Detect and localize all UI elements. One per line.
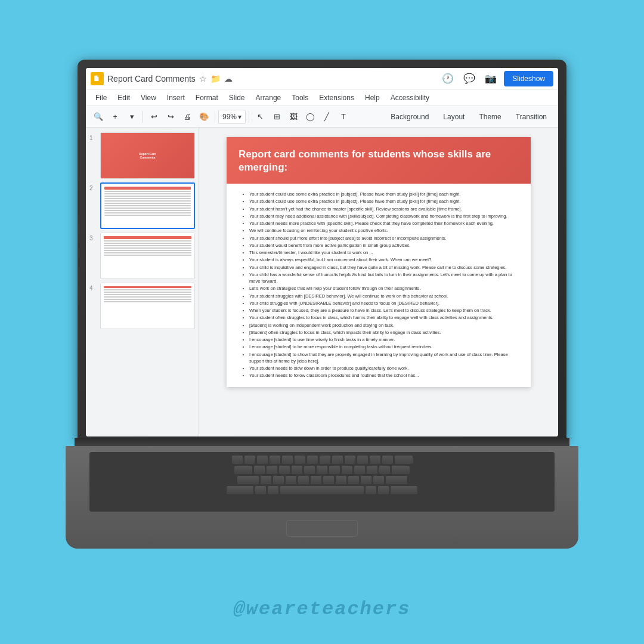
- zoom-out-button[interactable]: ▾: [124, 109, 140, 125]
- line-tool[interactable]: ╱: [319, 109, 335, 125]
- menu-format[interactable]: Format: [191, 92, 223, 103]
- key: [298, 476, 309, 484]
- bullet-13: Your student struggles with [DESIRED beh…: [249, 293, 519, 299]
- thumb-line-2j: [104, 212, 191, 213]
- key: [345, 456, 355, 464]
- key: [354, 466, 365, 474]
- menu-view[interactable]: View: [136, 92, 161, 103]
- key: [395, 456, 413, 464]
- background-button[interactable]: Background: [384, 110, 435, 123]
- select-tool[interactable]: ↖: [252, 109, 268, 125]
- key: [279, 466, 290, 474]
- key: [304, 466, 315, 474]
- menu-bar: File Edit View Insert Format Slide Arran…: [86, 89, 558, 106]
- thumb-line-3a: [104, 240, 191, 242]
- star-icon[interactable]: ☆: [199, 74, 207, 83]
- key: [392, 466, 410, 474]
- crop-tool[interactable]: ⊞: [269, 109, 284, 125]
- key: [370, 456, 380, 464]
- text-tool[interactable]: T: [336, 109, 351, 125]
- key: [357, 456, 368, 464]
- key: [267, 466, 277, 474]
- thumb-line-2k: [104, 215, 191, 216]
- thumb-line-2h: [104, 208, 191, 209]
- slide-num-1: 1: [89, 135, 98, 141]
- history-icon[interactable]: 🕐: [439, 70, 456, 87]
- thumb-line-3d: [104, 247, 191, 249]
- svg-rect-1: [98, 75, 99, 76]
- menu-help[interactable]: Help: [360, 92, 385, 103]
- key: [320, 456, 330, 464]
- menu-tools[interactable]: Tools: [287, 92, 313, 103]
- key: [257, 456, 268, 464]
- bullet-23: Your student needs to follow classroom p…: [249, 372, 519, 379]
- key: [234, 466, 252, 474]
- trackpad[interactable]: [286, 520, 358, 537]
- cloud-icon[interactable]: ☁: [224, 74, 233, 83]
- bullet-4: Your student needs more practice with [s…: [249, 220, 519, 227]
- present-icon[interactable]: 📷: [482, 70, 499, 87]
- menu-file[interactable]: File: [91, 92, 112, 103]
- layout-button[interactable]: Layout: [436, 110, 471, 123]
- transition-button[interactable]: Transition: [509, 110, 553, 123]
- bullet-8: This semester/trimester, I would like yo…: [249, 249, 519, 256]
- key: [336, 476, 346, 484]
- bullet-18: [Student] often struggles to focus in cl…: [249, 329, 519, 336]
- key: [292, 466, 302, 474]
- slideshow-button[interactable]: Slideshow: [504, 71, 553, 86]
- bullet-7: Your student would benefit from more act…: [249, 242, 519, 249]
- slide-header-text: Report card comments for students whose …: [239, 148, 519, 174]
- thumb-line-3e: [104, 250, 191, 251]
- keyboard-rows: [89, 452, 555, 500]
- thumb-line-2c: [104, 196, 191, 197]
- key: [282, 456, 293, 464]
- menu-insert[interactable]: Insert: [162, 92, 190, 103]
- menu-edit[interactable]: Edit: [113, 92, 135, 103]
- key: [373, 476, 384, 484]
- app-title: Report Card Comments: [107, 74, 196, 83]
- shape-tool[interactable]: ◯: [302, 109, 318, 125]
- keyboard-row-4: [92, 486, 552, 494]
- toolbar-right: Background Layout Theme Transition: [384, 110, 553, 123]
- search-button[interactable]: 🔍: [91, 109, 106, 125]
- separator-3: [249, 111, 249, 123]
- separator-1: [143, 111, 143, 123]
- slide-num-2: 2: [89, 185, 98, 191]
- theme-button[interactable]: Theme: [472, 110, 507, 123]
- thumb-line-4b: [104, 292, 191, 293]
- thumb-line-2e: [104, 200, 191, 202]
- slide-thumb-2[interactable]: 2: [89, 182, 195, 229]
- thumb-line-3f: [104, 252, 191, 253]
- zoom-in-button[interactable]: +: [107, 109, 123, 125]
- undo-button[interactable]: ↩: [146, 109, 162, 125]
- bullet-15: When your student is focused, they are a…: [249, 307, 519, 314]
- slide-thumb-1[interactable]: 1 Report CardComments: [89, 132, 195, 179]
- key: [391, 486, 417, 494]
- menu-arrange[interactable]: Arrange: [251, 92, 286, 103]
- image-tool[interactable]: 🖼: [286, 109, 301, 125]
- print-button[interactable]: 🖨: [179, 109, 195, 125]
- redo-button[interactable]: ↪: [163, 109, 178, 125]
- key: [254, 466, 265, 474]
- bullet-3: Your student may need additional assista…: [249, 213, 519, 219]
- slide-thumb-3[interactable]: 3: [89, 233, 195, 279]
- key: [382, 456, 393, 464]
- bullet-10: Your child is inquisitive and engaged in…: [249, 264, 519, 271]
- paint-button[interactable]: 🎨: [196, 109, 212, 125]
- title-icons: ☆ 📁 ☁: [199, 74, 233, 83]
- menu-slide[interactable]: Slide: [224, 92, 250, 103]
- slide-thumb-4[interactable]: 4: [89, 283, 195, 329]
- key: [295, 456, 305, 464]
- app-header: Report Card Comments ☆ 📁 ☁ 🕐 💬 📷 Slidesh…: [86, 68, 558, 89]
- menu-extensions[interactable]: Extensions: [314, 92, 359, 103]
- comment-icon[interactable]: 💬: [461, 70, 478, 87]
- bullet-20: I encourage [student] to be more respons…: [249, 343, 519, 350]
- separator-2: [215, 111, 215, 123]
- menu-accessibility[interactable]: Accessibility: [386, 92, 434, 103]
- keyboard-row-1: [92, 456, 552, 464]
- folder-icon[interactable]: 📁: [210, 74, 221, 83]
- bullet-1: Your student could use some extra practi…: [249, 198, 519, 205]
- thumb-line-3c: [104, 245, 191, 246]
- zoom-control[interactable]: 99% ▾: [218, 110, 246, 124]
- key: [307, 456, 318, 464]
